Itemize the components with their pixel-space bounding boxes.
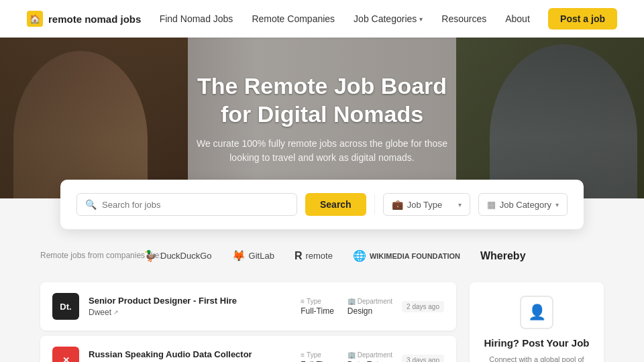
chevron-down-icon: ▾ <box>555 201 559 208</box>
navbar: 🏠 remote nomad jobs Find Nomad Jobs Remo… <box>0 0 644 38</box>
navbar-logo-text: remote nomad jobs <box>48 13 141 25</box>
job-dept-group: 🏢 Department Data Entry <box>347 351 392 363</box>
search-input-wrap[interactable]: 🔍 <box>76 193 297 216</box>
job-category-dropdown[interactable]: ▦ Job Category ▾ <box>478 193 568 216</box>
navbar-logo[interactable]: 🏠 remote nomad jobs <box>27 11 141 27</box>
search-icon: 🔍 <box>85 199 97 210</box>
dept-value: Design <box>347 306 392 316</box>
search-input[interactable] <box>102 200 288 210</box>
type-value: Full-Time <box>301 306 334 316</box>
job-badge: 2 days ago <box>402 301 444 312</box>
remote-icon: R <box>294 250 303 262</box>
job-info-lxt: Russian Speaking Audio Data Collector LX… <box>89 349 291 362</box>
nav-resources[interactable]: Resources <box>441 13 486 24</box>
grid-icon: ▦ <box>487 199 496 210</box>
search-section: 🔍 Search 💼 Job Type ▾ ▦ Job Category ▾ <box>0 180 644 229</box>
company-duckduckgo[interactable]: 🦆 DuckDuckGo <box>144 249 212 262</box>
companies-section: Remote jobs from companies like: 🦆 DuckD… <box>0 229 644 276</box>
briefcase-icon: 💼 <box>392 199 403 210</box>
job-badge: 3 days ago <box>402 355 444 363</box>
job-title: Senior Product Designer - First Hire <box>89 296 291 306</box>
hero-title: The Remote Job Board for Digital Nomads <box>188 72 456 129</box>
nav-find-nomad-jobs[interactable]: Find Nomad Jobs <box>160 13 233 24</box>
divider <box>374 194 375 215</box>
dept-value: Data Entry <box>347 360 392 363</box>
companies-logos: 🦆 DuckDuckGo 🦊 GitLab R remote 🌐 WIKIMED… <box>144 249 604 262</box>
job-meta: ≡ Type Full-Time 🏢 Department Data Entry <box>301 351 392 363</box>
job-logo-dt: Dt. <box>52 293 79 320</box>
sidebar: 👤 Hiring? Post Your Job Connect with a g… <box>470 282 604 362</box>
job-listings: Dt. Senior Product Designer - First Hire… <box>40 282 456 362</box>
nav-job-categories[interactable]: Job Categories ▾ <box>354 13 423 24</box>
dept-icon: 🏢 <box>347 298 356 305</box>
job-info-dt: Senior Product Designer - First Hire Dwe… <box>89 296 291 317</box>
nav-remote-companies[interactable]: Remote Companies <box>252 13 335 24</box>
job-logo-lxt: ✕ <box>52 347 79 362</box>
job-type-group: ≡ Type Full-Time <box>301 351 334 363</box>
job-title: Russian Speaking Audio Data Collector <box>89 349 291 359</box>
sidebar-card: 👤 Hiring? Post Your Job Connect with a g… <box>470 282 604 362</box>
hero-section: The Remote Job Board for Digital Nomads … <box>0 38 644 198</box>
hero-content: The Remote Job Board for Digital Nomads … <box>188 72 456 165</box>
dept-label: 🏢 Department <box>347 298 392 305</box>
navbar-nav: Find Nomad Jobs Remote Companies Job Cat… <box>160 13 530 24</box>
company-remote[interactable]: R remote <box>294 250 333 262</box>
job-type-group: ≡ Type Full-Time <box>301 298 334 316</box>
job-type-dropdown[interactable]: 💼 Job Type ▾ <box>383 193 470 216</box>
chevron-down-icon: ▾ <box>458 201 462 208</box>
job-company: Dweet ↗ <box>89 308 291 317</box>
company-wikimedia[interactable]: 🌐 WIKIMEDIA FOUNDATION <box>353 249 460 262</box>
job-card[interactable]: Dt. Senior Product Designer - First Hire… <box>40 282 456 330</box>
gitlab-icon: 🦊 <box>232 249 246 262</box>
hero-subtitle: We curate 100% fully remote jobs across … <box>188 137 456 165</box>
type-icon: ≡ <box>301 351 305 359</box>
type-value: Full-Time <box>301 360 334 363</box>
search-card: 🔍 Search 💼 Job Type ▾ ▦ Job Category ▾ <box>60 180 584 229</box>
sidebar-title: Hiring? Post Your Job <box>483 337 590 349</box>
post-job-icon: 👤 <box>520 296 553 329</box>
job-meta: ≡ Type Full-Time 🏢 Department Design <box>301 298 392 316</box>
main-content: Dt. Senior Product Designer - First Hire… <box>0 276 644 362</box>
dept-label: 🏢 Department <box>347 351 392 359</box>
logo-icon: 🏠 <box>27 11 43 27</box>
wikimedia-icon: 🌐 <box>353 249 366 262</box>
search-button[interactable]: Search <box>305 193 366 216</box>
company-gitlab[interactable]: 🦊 GitLab <box>232 249 274 262</box>
dept-icon: 🏢 <box>347 351 356 359</box>
sidebar-desc: Connect with a global pool of skilled re… <box>483 354 590 362</box>
company-link[interactable]: Dweet <box>89 308 111 317</box>
nav-about[interactable]: About <box>505 13 530 24</box>
type-label: ≡ Type <box>301 298 334 305</box>
company-whereby[interactable]: Whereby <box>480 250 526 262</box>
job-card[interactable]: ✕ Russian Speaking Audio Data Collector … <box>40 336 456 362</box>
job-dept-group: 🏢 Department Design <box>347 298 392 316</box>
companies-label: Remote jobs from companies like: <box>40 250 127 261</box>
post-job-button[interactable]: Post a job <box>548 8 617 29</box>
type-icon: ≡ <box>301 298 305 305</box>
external-link-icon: ↗ <box>113 309 119 316</box>
type-label: ≡ Type <box>301 351 334 359</box>
person-icon: 👤 <box>528 304 546 321</box>
duckduckgo-icon: 🦆 <box>144 249 157 262</box>
chevron-down-icon: ▾ <box>419 15 423 23</box>
